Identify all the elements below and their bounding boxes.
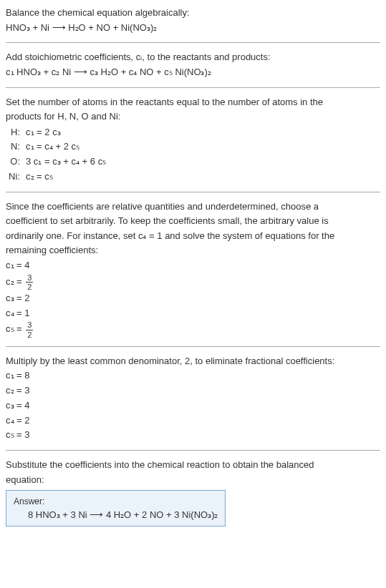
step4-section: Multiply by the least common denominator… (6, 354, 380, 443)
fraction-denominator: 2 (26, 283, 33, 291)
answer-equation: 8 HNO₃ + 3 Ni ⟶ 4 H₂O + 2 NO + 3 Ni(NO₃)… (14, 509, 218, 520)
divider (6, 450, 380, 451)
coeff-c4: c₄ = 2 (6, 413, 380, 428)
step2-text1: Set the number of atoms in the reactants… (6, 95, 380, 109)
atom-equation: c₁ = 2 c₃ (26, 125, 61, 140)
answer-box: Answer: 8 HNO₃ + 3 Ni ⟶ 4 H₂O + 2 NO + 3… (6, 490, 226, 526)
atom-equation: c₁ = c₄ + 2 c₅ (26, 139, 79, 155)
step4-text: Multiply by the least common denominator… (6, 354, 380, 368)
coeff-c1: c₁ = 8 (6, 368, 380, 383)
fraction-numerator: 3 (26, 273, 33, 283)
divider (6, 87, 380, 88)
step1-section: Add stoichiometric coefficients, cᵢ, to … (6, 50, 380, 79)
coeff-c1: c₁ = 4 (6, 258, 380, 273)
coeff-c4: c₄ = 1 (6, 306, 380, 321)
step2-text2: products for H, N, O and Ni: (6, 109, 380, 124)
step3-text3: ordinarily one. For instance, set c₄ = 1… (6, 229, 380, 243)
coeff-c5-prefix: c₅ = (6, 324, 24, 335)
coeff-c2-prefix: c₂ = (6, 276, 24, 287)
fraction-numerator: 3 (26, 320, 33, 330)
answer-label: Answer: (14, 496, 218, 506)
step5-section: Substitute the coefficients into the che… (6, 458, 380, 526)
step5-text2: equation: (6, 473, 380, 487)
intro-section: Balance the chemical equation algebraica… (6, 6, 380, 35)
coeff-c3: c₃ = 2 (6, 291, 380, 306)
step1-equation: c₁ HNO₃ + c₂ Ni ⟶ c₃ H₂O + c₄ NO + c₅ Ni… (6, 65, 380, 80)
coeff-c5: c₅ = 32 (6, 320, 380, 338)
fraction: 32 (26, 273, 33, 291)
divider (6, 192, 380, 192)
atom-row: O: 3 c₁ = c₃ + c₄ + 6 c₅ (6, 155, 380, 170)
coeff-c3: c₃ = 4 (6, 398, 380, 413)
step3-text2: coefficient to set arbitrarily. To keep … (6, 214, 380, 228)
coeff-c5: c₅ = 3 (6, 428, 380, 443)
atom-row: N: c₁ = c₄ + 2 c₅ (6, 139, 380, 155)
atom-label: O: (6, 155, 26, 170)
atom-label: Ni: (6, 170, 26, 185)
atom-equations-table: H: c₁ = 2 c₃ N: c₁ = c₄ + 2 c₅ O: 3 c₁ =… (6, 125, 380, 185)
atom-equation: c₂ = c₅ (26, 170, 53, 185)
fraction-denominator: 2 (26, 330, 33, 339)
divider (6, 346, 380, 347)
divider (6, 42, 380, 43)
atom-label: N: (6, 139, 26, 155)
atom-row: H: c₁ = 2 c₃ (6, 125, 380, 140)
step3-text1: Since the coefficients are relative quan… (6, 200, 380, 214)
step5-text1: Substitute the coefficients into the che… (6, 458, 380, 472)
intro-text: Balance the chemical equation algebraica… (6, 6, 380, 20)
atom-label: H: (6, 125, 26, 140)
fraction: 32 (26, 320, 33, 338)
step2-section: Set the number of atoms in the reactants… (6, 95, 380, 185)
atom-equation: 3 c₁ = c₃ + c₄ + 6 c₅ (26, 155, 106, 170)
coeff-c2: c₂ = 3 (6, 383, 380, 398)
step3-section: Since the coefficients are relative quan… (6, 200, 380, 339)
step3-text4: remaining coefficients: (6, 243, 380, 258)
intro-equation: HNO₃ + Ni ⟶ H₂O + NO + Ni(NO₃)₂ (6, 21, 380, 36)
step1-text: Add stoichiometric coefficients, cᵢ, to … (6, 50, 380, 64)
atom-row: Ni: c₂ = c₅ (6, 170, 380, 185)
coeff-c2: c₂ = 32 (6, 273, 380, 291)
